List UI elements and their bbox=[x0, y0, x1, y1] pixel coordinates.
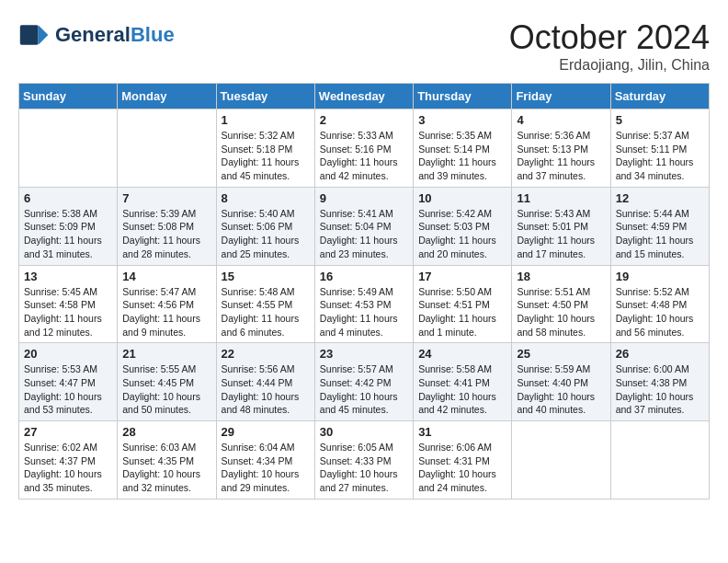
header: GeneralBlue October 2024 Erdaojiang, Jil… bbox=[18, 18, 710, 74]
calendar-cell: 13Sunrise: 5:45 AMSunset: 4:58 PMDayligh… bbox=[19, 265, 118, 343]
day-number: 21 bbox=[122, 347, 210, 361]
day-info: Sunrise: 5:53 AMSunset: 4:47 PMDaylight:… bbox=[24, 362, 112, 417]
day-number: 12 bbox=[616, 191, 704, 205]
day-info: Sunrise: 5:55 AMSunset: 4:45 PMDaylight:… bbox=[122, 362, 210, 417]
calendar-week-row: 20Sunrise: 5:53 AMSunset: 4:47 PMDayligh… bbox=[19, 343, 710, 421]
day-number: 31 bbox=[418, 425, 506, 439]
calendar-week-row: 13Sunrise: 5:45 AMSunset: 4:58 PMDayligh… bbox=[19, 265, 710, 343]
calendar-cell bbox=[118, 109, 216, 188]
day-info: Sunrise: 5:36 AMSunset: 5:13 PMDaylight:… bbox=[517, 129, 605, 183]
weekday-header: Thursday bbox=[414, 84, 512, 109]
day-info: Sunrise: 5:45 AMSunset: 4:58 PMDaylight:… bbox=[24, 285, 112, 339]
calendar-cell: 17Sunrise: 5:50 AMSunset: 4:51 PMDayligh… bbox=[414, 265, 512, 343]
day-info: Sunrise: 5:40 AMSunset: 5:06 PMDaylight:… bbox=[222, 207, 310, 261]
calendar-cell: 2Sunrise: 5:33 AMSunset: 5:16 PMDaylight… bbox=[314, 109, 413, 188]
day-info: Sunrise: 6:04 AMSunset: 4:34 PMDaylight:… bbox=[222, 441, 310, 495]
calendar-cell: 28Sunrise: 6:03 AMSunset: 4:35 PMDayligh… bbox=[118, 421, 216, 500]
calendar-cell: 3Sunrise: 5:35 AMSunset: 5:14 PMDaylight… bbox=[414, 109, 512, 188]
day-number: 25 bbox=[517, 347, 605, 361]
calendar-cell: 27Sunrise: 6:02 AMSunset: 4:37 PMDayligh… bbox=[19, 421, 118, 500]
calendar-cell bbox=[512, 421, 610, 500]
day-info: Sunrise: 6:05 AMSunset: 4:33 PMDaylight:… bbox=[320, 441, 408, 495]
day-info: Sunrise: 5:57 AMSunset: 4:42 PMDaylight:… bbox=[320, 362, 408, 417]
day-info: Sunrise: 5:48 AMSunset: 4:55 PMDaylight:… bbox=[222, 285, 310, 339]
calendar-cell: 11Sunrise: 5:43 AMSunset: 5:01 PMDayligh… bbox=[512, 187, 610, 265]
calendar-cell: 20Sunrise: 5:53 AMSunset: 4:47 PMDayligh… bbox=[19, 343, 118, 421]
day-info: Sunrise: 5:33 AMSunset: 5:16 PMDaylight:… bbox=[320, 129, 408, 183]
svg-marker-1 bbox=[39, 25, 49, 45]
calendar-week-row: 6Sunrise: 5:38 AMSunset: 5:09 PMDaylight… bbox=[19, 187, 710, 265]
weekday-header: Saturday bbox=[610, 84, 709, 109]
calendar-cell: 22Sunrise: 5:56 AMSunset: 4:44 PMDayligh… bbox=[216, 343, 314, 421]
day-number: 17 bbox=[418, 270, 506, 283]
day-number: 8 bbox=[222, 191, 310, 205]
day-number: 18 bbox=[517, 270, 605, 283]
calendar-week-row: 1Sunrise: 5:32 AMSunset: 5:18 PMDaylight… bbox=[19, 109, 710, 188]
day-info: Sunrise: 5:49 AMSunset: 4:53 PMDaylight:… bbox=[320, 285, 408, 339]
day-number: 19 bbox=[616, 270, 704, 283]
day-number: 4 bbox=[517, 113, 605, 127]
day-info: Sunrise: 5:58 AMSunset: 4:41 PMDaylight:… bbox=[418, 362, 506, 417]
day-info: Sunrise: 5:43 AMSunset: 5:01 PMDaylight:… bbox=[517, 207, 605, 261]
day-info: Sunrise: 5:37 AMSunset: 5:11 PMDaylight:… bbox=[616, 129, 704, 183]
weekday-header: Sunday bbox=[19, 84, 118, 109]
calendar-cell: 25Sunrise: 5:59 AMSunset: 4:40 PMDayligh… bbox=[512, 343, 610, 421]
weekday-header-row: SundayMondayTuesdayWednesdayThursdayFrid… bbox=[19, 84, 710, 109]
day-info: Sunrise: 5:44 AMSunset: 4:59 PMDaylight:… bbox=[616, 207, 704, 261]
day-info: Sunrise: 5:42 AMSunset: 5:03 PMDaylight:… bbox=[418, 207, 506, 261]
calendar-cell bbox=[610, 421, 709, 500]
calendar-cell: 4Sunrise: 5:36 AMSunset: 5:13 PMDaylight… bbox=[512, 109, 610, 188]
day-number: 26 bbox=[616, 347, 704, 361]
day-info: Sunrise: 5:35 AMSunset: 5:14 PMDaylight:… bbox=[418, 129, 506, 183]
day-info: Sunrise: 5:50 AMSunset: 4:51 PMDaylight:… bbox=[418, 285, 506, 339]
svg-rect-0 bbox=[20, 25, 39, 45]
logo-icon bbox=[18, 18, 51, 52]
day-number: 29 bbox=[222, 425, 310, 439]
day-number: 3 bbox=[418, 113, 506, 127]
day-info: Sunrise: 5:59 AMSunset: 4:40 PMDaylight:… bbox=[517, 362, 605, 417]
month-title: October 2024 bbox=[509, 18, 710, 57]
day-number: 30 bbox=[320, 425, 408, 439]
day-info: Sunrise: 6:03 AMSunset: 4:35 PMDaylight:… bbox=[122, 441, 210, 495]
day-number: 10 bbox=[418, 191, 506, 205]
logo: GeneralBlue bbox=[18, 18, 175, 52]
calendar-cell: 7Sunrise: 5:39 AMSunset: 5:08 PMDaylight… bbox=[118, 187, 216, 265]
calendar-cell: 26Sunrise: 6:00 AMSunset: 4:38 PMDayligh… bbox=[610, 343, 709, 421]
day-number: 7 bbox=[122, 191, 210, 205]
day-number: 23 bbox=[320, 347, 408, 361]
calendar-cell: 29Sunrise: 6:04 AMSunset: 4:34 PMDayligh… bbox=[216, 421, 314, 500]
calendar-cell: 10Sunrise: 5:42 AMSunset: 5:03 PMDayligh… bbox=[414, 187, 512, 265]
day-info: Sunrise: 5:56 AMSunset: 4:44 PMDaylight:… bbox=[222, 362, 310, 417]
calendar-week-row: 27Sunrise: 6:02 AMSunset: 4:37 PMDayligh… bbox=[19, 421, 710, 500]
calendar-cell: 12Sunrise: 5:44 AMSunset: 4:59 PMDayligh… bbox=[610, 187, 709, 265]
calendar-cell: 30Sunrise: 6:05 AMSunset: 4:33 PMDayligh… bbox=[314, 421, 413, 500]
day-info: Sunrise: 5:41 AMSunset: 5:04 PMDaylight:… bbox=[320, 207, 408, 261]
calendar-cell: 1Sunrise: 5:32 AMSunset: 5:18 PMDaylight… bbox=[216, 109, 314, 188]
weekday-header: Monday bbox=[118, 84, 216, 109]
location: Erdaojiang, Jilin, China bbox=[509, 57, 710, 74]
day-number: 2 bbox=[320, 113, 408, 127]
calendar-cell bbox=[19, 109, 118, 188]
calendar-cell: 18Sunrise: 5:51 AMSunset: 4:50 PMDayligh… bbox=[512, 265, 610, 343]
calendar-cell: 24Sunrise: 5:58 AMSunset: 4:41 PMDayligh… bbox=[414, 343, 512, 421]
day-number: 24 bbox=[418, 347, 506, 361]
day-info: Sunrise: 5:39 AMSunset: 5:08 PMDaylight:… bbox=[122, 207, 210, 261]
day-info: Sunrise: 5:51 AMSunset: 4:50 PMDaylight:… bbox=[517, 285, 605, 339]
calendar-cell: 31Sunrise: 6:06 AMSunset: 4:31 PMDayligh… bbox=[414, 421, 512, 500]
day-info: Sunrise: 6:02 AMSunset: 4:37 PMDaylight:… bbox=[24, 441, 112, 495]
logo-text: GeneralBlue bbox=[55, 23, 175, 47]
day-info: Sunrise: 5:47 AMSunset: 4:56 PMDaylight:… bbox=[122, 285, 210, 339]
day-number: 9 bbox=[320, 191, 408, 205]
day-info: Sunrise: 5:38 AMSunset: 5:09 PMDaylight:… bbox=[24, 207, 112, 261]
day-number: 14 bbox=[122, 270, 210, 283]
day-number: 13 bbox=[24, 270, 112, 283]
day-info: Sunrise: 6:00 AMSunset: 4:38 PMDaylight:… bbox=[616, 362, 704, 417]
calendar-cell: 6Sunrise: 5:38 AMSunset: 5:09 PMDaylight… bbox=[19, 187, 118, 265]
calendar-cell: 16Sunrise: 5:49 AMSunset: 4:53 PMDayligh… bbox=[314, 265, 413, 343]
weekday-header: Wednesday bbox=[314, 84, 413, 109]
day-number: 6 bbox=[24, 191, 112, 205]
day-number: 15 bbox=[222, 270, 310, 283]
day-number: 20 bbox=[24, 347, 112, 361]
day-number: 1 bbox=[222, 113, 310, 127]
calendar-cell: 14Sunrise: 5:47 AMSunset: 4:56 PMDayligh… bbox=[118, 265, 216, 343]
